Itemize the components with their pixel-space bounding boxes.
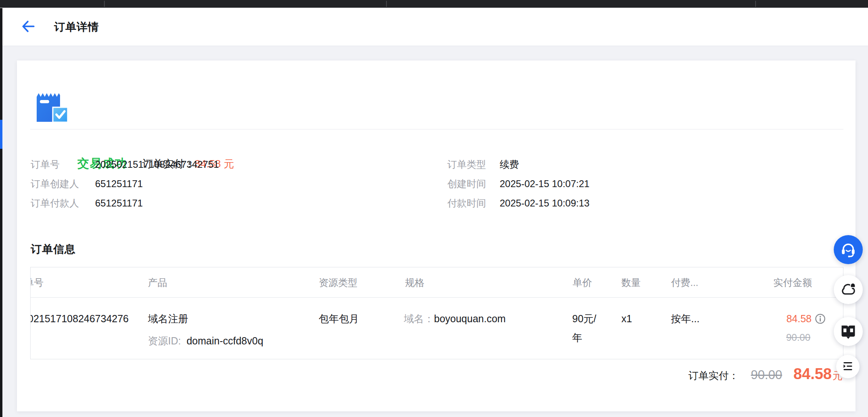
cloud-notification-button[interactable] [834,275,863,304]
cell-billing-mode: 按年... [671,312,700,325]
field-value: 2025-02-15 10:07:21 [500,178,590,190]
collapse-menu-button[interactable] [836,355,860,378]
cell-paid-amount: 84.58 [716,312,826,325]
field-label: 付款时间 [447,197,500,209]
cell-product: 域名注册 [148,312,188,325]
back-button[interactable] [20,19,36,35]
resource-id-value: domain-ccfd8v0q [187,335,263,346]
order-items-table[interactable]: 单号 产品 资源类型 规格 单价 数量 付费... 实付金额 021517108… [30,267,843,359]
cell-spec: 域名：boyouquan.com [404,312,506,325]
cell-sub-order-id: 021517108246734276 [31,312,139,325]
col-billing-mode: 付费... [671,267,698,298]
cell-quantity: x1 [621,312,632,325]
table-header-row: 单号 产品 资源类型 规格 单价 数量 付费... 实付金额 [31,267,843,298]
cell-resource-id: 资源ID:domain-ccfd8v0q [148,334,263,347]
col-quantity: 数量 [621,267,641,298]
field-order-creator: 订单创建人 651251171 [31,178,143,190]
field-label: 订单类型 [447,158,500,171]
field-label: 订单付款人 [31,197,95,209]
field-value: 20250215171082467342751 [95,158,219,171]
spec-value: boyouquan.com [434,313,506,324]
divider [30,129,843,129]
tab-divider [755,1,756,7]
spec-label: 域名： [404,313,434,324]
receipt-success-icon [35,88,70,124]
order-total-footer: 订单实付： 90.00 84.58 元 [688,365,843,386]
field-value: 2025-02-15 10:09:13 [500,197,590,209]
col-spec: 规格 [405,267,424,298]
field-order-type: 订单类型 续费 [447,158,519,171]
tab-divider [386,1,387,7]
col-unit-price: 单价 [573,267,592,298]
field-value: 651251171 [95,197,143,209]
field-value: 续费 [500,158,519,171]
collapsed-sidebar [0,8,2,417]
field-label: 创建时间 [447,178,500,190]
col-product: 产品 [148,267,167,298]
total-label: 订单实付： [688,369,739,382]
page-title: 订单详情 [54,8,99,46]
open-book-icon [839,322,857,341]
arrow-left-icon [21,29,36,35]
cell-original-amount: 90.00 [716,331,810,344]
cell-resource-type: 包年包月 [319,312,359,325]
col-paid-amount: 实付金额 [716,267,812,298]
field-pay-time: 付款时间 2025-02-15 10:09:13 [447,197,590,209]
info-icon[interactable] [815,313,826,324]
docs-button[interactable] [834,317,863,346]
total-original-amount: 90.00 [751,368,782,382]
col-resource-type: 资源类型 [319,267,357,298]
cloud-bell-icon [839,280,857,299]
order-detail-card: 交易成功 订单实付：84.58 元 订单号 202502151710824673… [17,60,856,411]
customer-service-button[interactable] [834,235,863,264]
field-label: 订单创建人 [31,178,95,190]
field-label: 订单号 [31,158,95,171]
col-sub-order-id: 单号 [31,267,139,298]
cell-unit-price-unit: 年 [572,331,582,344]
collapse-menu-icon [841,359,855,374]
field-value: 651251171 [95,178,143,190]
paid-amount-value: 84.58 [786,312,812,325]
field-order-payer: 订单付款人 651251171 [31,197,143,209]
resource-id-label: 资源ID: [148,335,181,346]
field-create-time: 创建时间 2025-02-15 10:07:21 [447,178,590,190]
browser-topbar [0,0,868,8]
cell-unit-price: 90元/ [572,312,596,325]
page-header: 订单详情 [2,8,868,46]
sidebar-active-indicator[interactable] [0,120,2,149]
headset-icon [840,241,857,259]
total-paid-amount: 84.58 [793,365,832,383]
field-order-id: 订单号 20250215171082467342751 [31,158,219,171]
order-info-title: 订单信息 [31,242,76,256]
tab-divider [104,1,105,7]
status-paid-unit: 元 [224,158,234,170]
